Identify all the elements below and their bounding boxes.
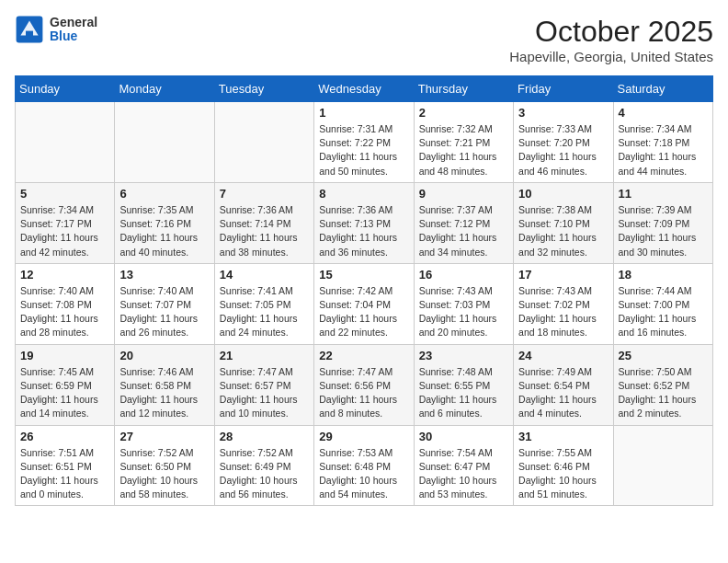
calendar-day-9: 9Sunrise: 7:37 AM Sunset: 7:12 PM Daylig… xyxy=(414,182,513,263)
calendar-empty-cell xyxy=(16,102,115,183)
calendar-week-row: 19Sunrise: 7:45 AM Sunset: 6:59 PM Dayli… xyxy=(16,344,713,425)
calendar-day-29: 29Sunrise: 7:53 AM Sunset: 6:48 PM Dayli… xyxy=(314,425,414,506)
logo: General Blue xyxy=(15,15,97,44)
day-info: Sunrise: 7:38 AM Sunset: 7:10 PM Dayligh… xyxy=(518,203,608,259)
day-number: 24 xyxy=(518,349,608,362)
logo-blue-text: Blue xyxy=(50,29,97,43)
svg-rect-2 xyxy=(26,31,33,37)
calendar-day-8: 8Sunrise: 7:36 AM Sunset: 7:13 PM Daylig… xyxy=(314,182,414,263)
day-number: 20 xyxy=(119,349,209,362)
day-number: 10 xyxy=(518,187,608,201)
calendar-week-row: 5Sunrise: 7:34 AM Sunset: 7:17 PM Daylig… xyxy=(16,182,713,263)
day-info: Sunrise: 7:43 AM Sunset: 7:02 PM Dayligh… xyxy=(518,284,608,340)
calendar-day-1: 1Sunrise: 7:31 AM Sunset: 7:22 PM Daylig… xyxy=(314,102,414,183)
day-number: 31 xyxy=(518,430,608,443)
calendar-day-20: 20Sunrise: 7:46 AM Sunset: 6:58 PM Dayli… xyxy=(115,344,214,425)
day-info: Sunrise: 7:34 AM Sunset: 7:17 PM Dayligh… xyxy=(20,203,109,259)
calendar-day-10: 10Sunrise: 7:38 AM Sunset: 7:10 PM Dayli… xyxy=(514,182,613,263)
calendar-day-25: 25Sunrise: 7:50 AM Sunset: 6:52 PM Dayli… xyxy=(613,344,712,425)
calendar-day-28: 28Sunrise: 7:52 AM Sunset: 6:49 PM Dayli… xyxy=(214,425,313,506)
calendar-day-18: 18Sunrise: 7:44 AM Sunset: 7:00 PM Dayli… xyxy=(613,263,712,344)
calendar-day-15: 15Sunrise: 7:42 AM Sunset: 7:04 PM Dayli… xyxy=(314,263,414,344)
day-info: Sunrise: 7:48 AM Sunset: 6:55 PM Dayligh… xyxy=(419,365,508,421)
day-info: Sunrise: 7:52 AM Sunset: 6:49 PM Dayligh… xyxy=(220,446,309,502)
location-subtitle: Hapeville, Georgia, United States xyxy=(509,49,713,64)
calendar-day-16: 16Sunrise: 7:43 AM Sunset: 7:03 PM Dayli… xyxy=(414,263,513,344)
day-info: Sunrise: 7:41 AM Sunset: 7:05 PM Dayligh… xyxy=(220,284,309,340)
day-info: Sunrise: 7:33 AM Sunset: 7:20 PM Dayligh… xyxy=(518,122,608,178)
day-number: 12 xyxy=(20,268,109,282)
day-info: Sunrise: 7:35 AM Sunset: 7:16 PM Dayligh… xyxy=(119,203,209,259)
day-info: Sunrise: 7:37 AM Sunset: 7:12 PM Dayligh… xyxy=(419,203,508,259)
day-number: 4 xyxy=(619,106,708,120)
calendar-day-26: 26Sunrise: 7:51 AM Sunset: 6:51 PM Dayli… xyxy=(16,425,115,506)
day-info: Sunrise: 7:40 AM Sunset: 7:07 PM Dayligh… xyxy=(119,284,209,340)
calendar-day-5: 5Sunrise: 7:34 AM Sunset: 7:17 PM Daylig… xyxy=(16,182,115,263)
day-number: 19 xyxy=(20,349,109,362)
calendar-day-4: 4Sunrise: 7:34 AM Sunset: 7:18 PM Daylig… xyxy=(613,102,712,183)
day-info: Sunrise: 7:49 AM Sunset: 6:54 PM Dayligh… xyxy=(518,365,608,421)
calendar-day-17: 17Sunrise: 7:43 AM Sunset: 7:02 PM Dayli… xyxy=(514,263,613,344)
day-number: 16 xyxy=(419,268,508,282)
calendar-day-22: 22Sunrise: 7:47 AM Sunset: 6:56 PM Dayli… xyxy=(314,344,414,425)
day-number: 15 xyxy=(319,268,408,282)
calendar-day-19: 19Sunrise: 7:45 AM Sunset: 6:59 PM Dayli… xyxy=(16,344,115,425)
day-number: 8 xyxy=(319,187,408,201)
day-number: 7 xyxy=(220,187,309,201)
day-info: Sunrise: 7:31 AM Sunset: 7:22 PM Dayligh… xyxy=(319,122,408,178)
header-row: SundayMondayTuesdayWednesdayThursdayFrid… xyxy=(16,76,713,102)
day-header-wednesday: Wednesday xyxy=(314,76,414,102)
day-number: 18 xyxy=(619,268,708,282)
logo-icon xyxy=(15,15,44,44)
calendar-empty-cell xyxy=(214,102,313,183)
day-header-tuesday: Tuesday xyxy=(214,76,313,102)
calendar-empty-cell xyxy=(613,425,712,506)
day-info: Sunrise: 7:34 AM Sunset: 7:18 PM Dayligh… xyxy=(619,122,708,178)
day-info: Sunrise: 7:36 AM Sunset: 7:13 PM Dayligh… xyxy=(319,203,408,259)
calendar-day-21: 21Sunrise: 7:47 AM Sunset: 6:57 PM Dayli… xyxy=(214,344,313,425)
calendar-header: SundayMondayTuesdayWednesdayThursdayFrid… xyxy=(16,76,713,102)
day-info: Sunrise: 7:52 AM Sunset: 6:50 PM Dayligh… xyxy=(119,446,209,502)
calendar-table: SundayMondayTuesdayWednesdayThursdayFrid… xyxy=(15,75,713,506)
day-header-thursday: Thursday xyxy=(414,76,513,102)
calendar-week-row: 12Sunrise: 7:40 AM Sunset: 7:08 PM Dayli… xyxy=(16,263,713,344)
day-info: Sunrise: 7:39 AM Sunset: 7:09 PM Dayligh… xyxy=(619,203,708,259)
day-number: 29 xyxy=(319,430,408,443)
calendar-day-3: 3Sunrise: 7:33 AM Sunset: 7:20 PM Daylig… xyxy=(514,102,613,183)
calendar-day-31: 31Sunrise: 7:55 AM Sunset: 6:46 PM Dayli… xyxy=(514,425,613,506)
calendar-day-13: 13Sunrise: 7:40 AM Sunset: 7:07 PM Dayli… xyxy=(115,263,214,344)
day-header-monday: Monday xyxy=(115,76,214,102)
day-number: 17 xyxy=(518,268,608,282)
day-number: 11 xyxy=(619,187,708,201)
day-number: 9 xyxy=(419,187,508,201)
calendar-body: 1Sunrise: 7:31 AM Sunset: 7:22 PM Daylig… xyxy=(16,102,713,506)
calendar-day-7: 7Sunrise: 7:36 AM Sunset: 7:14 PM Daylig… xyxy=(214,182,313,263)
day-info: Sunrise: 7:44 AM Sunset: 7:00 PM Dayligh… xyxy=(619,284,708,340)
day-number: 23 xyxy=(419,349,508,362)
day-info: Sunrise: 7:36 AM Sunset: 7:14 PM Dayligh… xyxy=(220,203,309,259)
day-info: Sunrise: 7:46 AM Sunset: 6:58 PM Dayligh… xyxy=(119,365,209,421)
day-number: 26 xyxy=(20,430,109,443)
day-info: Sunrise: 7:51 AM Sunset: 6:51 PM Dayligh… xyxy=(20,446,109,502)
day-number: 25 xyxy=(619,349,708,362)
calendar-day-12: 12Sunrise: 7:40 AM Sunset: 7:08 PM Dayli… xyxy=(16,263,115,344)
day-info: Sunrise: 7:50 AM Sunset: 6:52 PM Dayligh… xyxy=(619,365,708,421)
day-info: Sunrise: 7:45 AM Sunset: 6:59 PM Dayligh… xyxy=(20,365,109,421)
day-info: Sunrise: 7:43 AM Sunset: 7:03 PM Dayligh… xyxy=(419,284,508,340)
day-number: 13 xyxy=(119,268,209,282)
calendar-day-27: 27Sunrise: 7:52 AM Sunset: 6:50 PM Dayli… xyxy=(115,425,214,506)
day-info: Sunrise: 7:47 AM Sunset: 6:57 PM Dayligh… xyxy=(220,365,309,421)
day-header-friday: Friday xyxy=(514,76,613,102)
day-header-saturday: Saturday xyxy=(613,76,712,102)
logo-general-text: General xyxy=(50,16,97,29)
day-header-sunday: Sunday xyxy=(16,76,115,102)
calendar-day-30: 30Sunrise: 7:54 AM Sunset: 6:47 PM Dayli… xyxy=(414,425,513,506)
calendar-day-23: 23Sunrise: 7:48 AM Sunset: 6:55 PM Dayli… xyxy=(414,344,513,425)
day-number: 27 xyxy=(119,430,209,443)
day-info: Sunrise: 7:40 AM Sunset: 7:08 PM Dayligh… xyxy=(20,284,109,340)
month-title: October 2025 xyxy=(509,15,713,49)
day-number: 14 xyxy=(220,268,309,282)
calendar-day-6: 6Sunrise: 7:35 AM Sunset: 7:16 PM Daylig… xyxy=(115,182,214,263)
day-info: Sunrise: 7:32 AM Sunset: 7:21 PM Dayligh… xyxy=(419,122,508,178)
day-number: 22 xyxy=(319,349,408,362)
